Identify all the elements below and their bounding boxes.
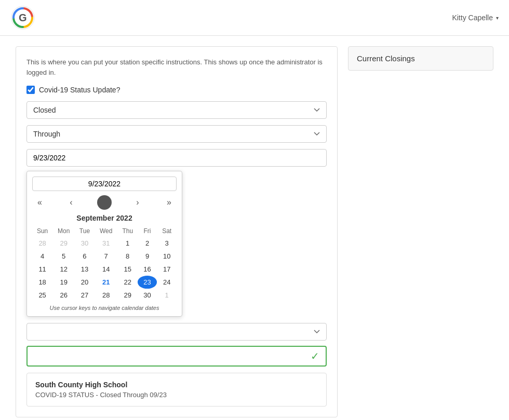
day-header-sun: Sun [32, 225, 52, 237]
calendar-day[interactable]: 11 [32, 263, 52, 276]
calendar-day[interactable]: 20 [75, 276, 95, 289]
user-name: Kitty Capelle [452, 13, 493, 22]
next-month-btn[interactable]: › [133, 197, 142, 208]
calendar-day[interactable]: 28 [32, 237, 52, 250]
calendar-day[interactable]: 10 [157, 250, 177, 263]
calendar-day[interactable]: 23 [138, 276, 157, 289]
instructions-text: This is where you can put your station s… [26, 57, 327, 77]
calendar-day[interactable]: 19 [52, 276, 75, 289]
prev-year-btn[interactable]: « [34, 197, 45, 208]
day-header-sat: Sat [157, 225, 177, 237]
calendar-day[interactable]: 27 [75, 289, 95, 302]
checkbox-row: Covid-19 Status Update? [26, 86, 327, 94]
user-menu-caret: ▾ [496, 15, 499, 21]
user-menu[interactable]: Kitty Capelle ▾ [452, 13, 499, 22]
second-dropdown[interactable] [26, 323, 327, 341]
logo-area: G [10, 5, 35, 30]
calendar-day[interactable]: 1 [118, 237, 138, 250]
calendar-day[interactable]: 28 [95, 289, 118, 302]
through-dropdown[interactable]: Through Until For [26, 125, 327, 143]
covid-checkbox-label[interactable]: Covid-19 Status Update? [39, 86, 120, 94]
calendar-date-input[interactable] [32, 177, 177, 191]
calendar-day[interactable]: 26 [52, 289, 75, 302]
month-dot [97, 195, 112, 210]
next-year-btn[interactable]: » [164, 197, 175, 208]
calendar-day[interactable]: 17 [157, 263, 177, 276]
calendar-day[interactable]: 9 [138, 250, 157, 263]
calendar-day[interactable]: 25 [32, 289, 52, 302]
status-school-name: South County High School [35, 381, 318, 389]
calendar-day[interactable]: 16 [138, 263, 157, 276]
calendar-hint: Use cursor keys to navigate calendar dat… [32, 305, 177, 311]
logo-icon: G [10, 5, 35, 30]
submit-checkmark[interactable]: ✓ [311, 350, 319, 362]
calendar-day[interactable]: 29 [118, 289, 138, 302]
right-panel: Current Closings [348, 46, 493, 71]
date-input-row [26, 149, 327, 167]
calendar-day[interactable]: 30 [138, 289, 157, 302]
calendar-day[interactable]: 31 [95, 237, 118, 250]
calendar-day[interactable]: 6 [75, 250, 95, 263]
status-detail: COVID-19 STATUS - Closed Through 09/23 [35, 391, 318, 399]
calendar-day[interactable]: 4 [32, 250, 52, 263]
day-header-mon: Mon [52, 225, 75, 237]
calendar-day[interactable]: 29 [52, 237, 75, 250]
calendar-popup: « ‹ › » September 2022 Sun Mon Tue Wed T… [26, 171, 182, 317]
calendar-day[interactable]: 13 [75, 263, 95, 276]
calendar-day[interactable]: 2 [138, 237, 157, 250]
calendar-day[interactable]: 18 [32, 276, 52, 289]
header: G Kitty Capelle ▾ [0, 0, 509, 36]
calendar-day[interactable]: 8 [118, 250, 138, 263]
closed-dropdown[interactable]: Closed Open Delayed [26, 101, 327, 119]
prev-month-btn[interactable]: ‹ [66, 197, 75, 208]
day-header-wed: Wed [95, 225, 118, 237]
calendar-day[interactable]: 5 [52, 250, 75, 263]
day-header-tue: Tue [75, 225, 95, 237]
status-entry: South County High School COVID-19 STATUS… [26, 373, 327, 407]
calendar-day[interactable]: 15 [118, 263, 138, 276]
calendar-day[interactable]: 12 [52, 263, 75, 276]
date-input[interactable] [26, 149, 327, 167]
calendar-day[interactable]: 7 [95, 250, 118, 263]
main-content: This is where you can put your station s… [0, 36, 509, 420]
calendar-day[interactable]: 14 [95, 263, 118, 276]
current-closings-title: Current Closings [357, 54, 485, 63]
left-panel: This is where you can put your station s… [16, 46, 338, 417]
calendar-day[interactable]: 22 [118, 276, 138, 289]
day-header-fri: Fri [138, 225, 157, 237]
calendar-day[interactable]: 30 [75, 237, 95, 250]
calendar-day[interactable]: 1 [157, 289, 177, 302]
calendar-day[interactable]: 3 [157, 237, 177, 250]
calendar-nav: « ‹ › » [32, 195, 177, 210]
calendar-day[interactable]: 21 [95, 276, 118, 289]
submit-row: ✓ [26, 346, 327, 367]
calendar-day[interactable]: 24 [157, 276, 177, 289]
day-header-thu: Thu [118, 225, 138, 237]
calendar-grid: Sun Mon Tue Wed Thu Fri Sat 282930311234… [32, 225, 177, 302]
calendar-month-label: September 2022 [32, 214, 177, 222]
svg-text:G: G [19, 12, 27, 23]
covid-checkbox[interactable] [26, 86, 35, 94]
